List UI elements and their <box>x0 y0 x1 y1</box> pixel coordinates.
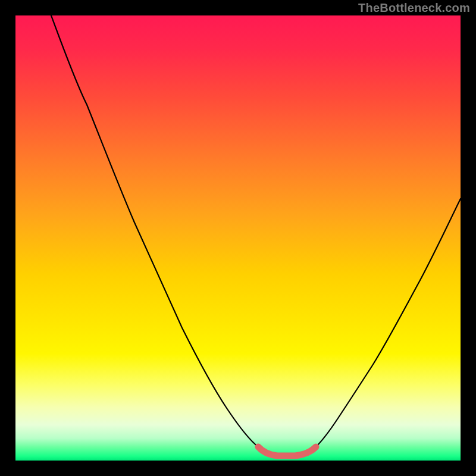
chart-svg <box>15 15 461 461</box>
curve-right <box>307 199 461 453</box>
chart-frame: TheBottleneck.com <box>0 0 476 476</box>
watermark-text: TheBottleneck.com <box>358 1 470 15</box>
plateau-segment <box>258 447 316 456</box>
curve-left <box>51 15 267 453</box>
chart-plot-area <box>15 15 461 461</box>
